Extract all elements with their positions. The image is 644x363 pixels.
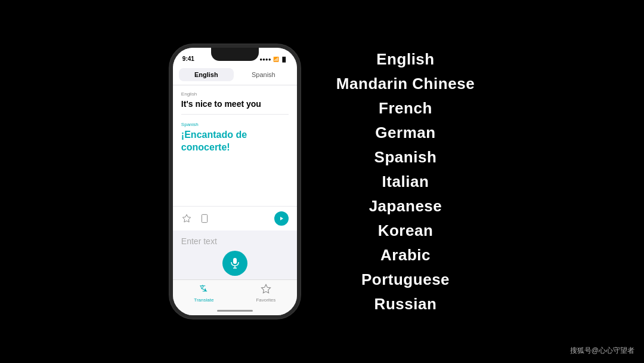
action-bar — [173, 206, 297, 230]
source-block: English It's nice to meet you — [181, 91, 289, 115]
tab-translate[interactable]: Translate — [173, 284, 235, 303]
input-area: Enter text — [173, 230, 297, 279]
svg-marker-7 — [261, 284, 270, 293]
text-input[interactable]: Enter text — [181, 236, 289, 246]
language-item-mandarin-chinese: Mandarin Chinese — [336, 72, 475, 96]
language-tabs: English Spanish — [173, 64, 297, 85]
language-item-japanese: Japanese — [369, 195, 442, 218]
star-icon[interactable] — [181, 213, 192, 224]
mic-button[interactable] — [222, 251, 247, 276]
translated-lang-label: Spanish — [181, 122, 289, 127]
source-text: It's nice to meet you — [181, 99, 289, 109]
device-icon[interactable] — [199, 213, 210, 224]
wifi-icon: 📶 — [273, 57, 279, 62]
language-item-italian: Italian — [382, 170, 429, 193]
tab-translate-label: Translate — [194, 297, 213, 303]
watermark: 搜狐号@心心守望者 — [570, 346, 634, 356]
tab-favorites-label: Favorites — [256, 297, 275, 303]
home-indicator — [173, 306, 297, 315]
battery-icon: ▐▌ — [281, 57, 287, 62]
language-item-english: English — [376, 48, 435, 71]
status-time: 9:41 — [182, 56, 194, 62]
language-item-german: German — [375, 121, 435, 144]
language-item-korean: Korean — [378, 219, 434, 242]
language-item-portuguese: Portuguese — [361, 268, 450, 291]
language-item-russian: Russian — [374, 293, 437, 316]
svg-marker-3 — [280, 217, 283, 220]
svg-rect-4 — [233, 258, 237, 264]
source-lang-label: English — [181, 91, 289, 97]
favorites-icon — [261, 284, 271, 296]
status-icons: ●●●● 📶 ▐▌ — [259, 57, 287, 62]
phone-screen: 9:41 ●●●● 📶 ▐▌ English Spanish E — [173, 48, 297, 315]
phone-mockup: 9:41 ●●●● 📶 ▐▌ English Spanish E — [169, 44, 301, 319]
language-item-spanish: Spanish — [374, 146, 437, 169]
tab-bar: Translate Favorites — [173, 279, 297, 306]
tab-spanish[interactable]: Spanish — [236, 68, 291, 81]
action-icons-left — [181, 213, 210, 224]
phone-notch — [211, 48, 259, 61]
home-bar — [217, 310, 253, 312]
scene: 9:41 ●●●● 📶 ▐▌ English Spanish E — [0, 0, 644, 363]
translated-block: Spanish ¡Encantado de conocerte! — [181, 119, 289, 154]
svg-rect-1 — [202, 214, 207, 222]
translate-icon — [199, 284, 209, 296]
signal-icon: ●●●● — [259, 57, 271, 62]
language-item-french: French — [379, 97, 432, 120]
tab-english[interactable]: English — [179, 68, 234, 81]
translated-text: ¡Encantado de conocerte! — [181, 129, 289, 154]
language-item-arabic: Arabic — [380, 244, 431, 267]
play-button[interactable] — [274, 211, 289, 226]
tab-favorites[interactable]: Favorites — [235, 284, 297, 303]
language-list: EnglishMandarin ChineseFrenchGermanSpani… — [336, 48, 475, 316]
svg-marker-0 — [182, 214, 190, 222]
translation-area: English It's nice to meet you Spanish ¡E… — [173, 85, 297, 206]
